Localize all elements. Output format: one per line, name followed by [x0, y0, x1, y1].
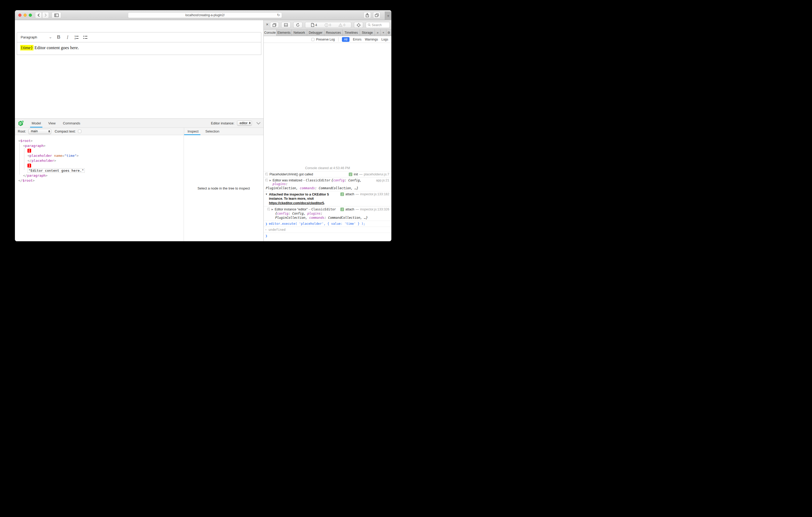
function-name: attach — [345, 208, 354, 211]
tree-node-placeholder-open[interactable]: <placeholder name="time"> — [15, 153, 184, 158]
dock-bottom-button[interactable] — [281, 22, 291, 28]
error-count: 0 — [325, 23, 331, 27]
function-badge-icon: f — [349, 173, 352, 176]
detach-devtools-button[interactable] — [270, 22, 279, 28]
inspector-header: 5 Model View Commands Editor instance: e… — [15, 119, 263, 128]
devtools-settings-button[interactable]: ⚙ — [386, 30, 392, 36]
tree-node-root-close[interactable]: </$root> — [15, 178, 184, 183]
tree-node-root-open[interactable]: <$root> — [15, 138, 184, 143]
back-icon — [37, 13, 40, 17]
prompt-chevron-icon: ❯ — [265, 234, 267, 237]
tab-elements[interactable]: Elements — [277, 30, 292, 36]
collapse-inspector-icon[interactable] — [256, 122, 261, 125]
sidebar-toggle-button[interactable] — [52, 12, 61, 18]
share-icon — [366, 13, 369, 17]
tab-resources[interactable]: Resources — [324, 30, 343, 36]
preserve-log-label: Preserve Log — [316, 38, 335, 41]
search-placeholder: Search — [372, 23, 382, 27]
italic-button[interactable]: I — [63, 33, 72, 42]
gear-icon: ⚙ — [387, 31, 390, 34]
preserve-log-checkbox[interactable] — [311, 38, 314, 41]
indent-guide — [24, 148, 24, 170]
disclosure-triangle-icon[interactable]: ▶ — [269, 179, 271, 182]
disclosure-triangle-icon[interactable]: ▼ — [265, 192, 268, 195]
tree-selection-end: ] — [15, 163, 184, 168]
tree-node-paragraph-close[interactable]: </paragraph> — [15, 173, 184, 178]
dock-bottom-icon — [284, 23, 288, 27]
chevron-down-icon: ⌄ — [49, 35, 52, 39]
root-select[interactable]: main — [28, 129, 51, 134]
close-devtools-button[interactable]: ✕ — [266, 23, 269, 26]
tab-console[interactable]: Console — [264, 30, 277, 36]
tree-node-placeholder-close[interactable]: </placeholder> — [15, 158, 184, 163]
disclosure-triangle-icon[interactable]: ▶ — [271, 208, 273, 211]
tab-model[interactable]: Model — [28, 119, 45, 127]
add-tab-button[interactable]: + — [381, 30, 386, 36]
inspect-empty-state: Select a node in the tree to inspect — [184, 135, 263, 241]
tab-inspect[interactable]: Inspect — [184, 128, 202, 135]
plus-icon: + — [382, 31, 384, 34]
address-bar[interactable]: localhost/creating-a-plugin2/ ↻ — [128, 12, 282, 18]
reload-icon[interactable]: ↻ — [277, 13, 280, 17]
tab-timelines[interactable]: Timelines — [343, 30, 360, 36]
message-text: Editor instance "editor" – ClassicEditor — [275, 208, 336, 211]
tree-text-node[interactable]: "Editor content goes here." — [15, 168, 184, 173]
tab-storage[interactable]: Storage — [360, 30, 375, 36]
filter-logs-button[interactable]: Logs — [381, 38, 388, 41]
devtools-toolbar: ✕ 4 0 0 — [264, 20, 392, 30]
ckeditor-docs-link[interactable]: https://ckeditor.com/docs/ckeditor5 — [269, 201, 324, 205]
tab-network[interactable]: Network — [292, 30, 307, 36]
compact-text-checkbox[interactable] — [78, 130, 81, 133]
detach-icon — [272, 23, 276, 27]
devtools-search-field[interactable]: Search — [366, 22, 390, 28]
reload-page-button[interactable] — [293, 22, 302, 28]
tab-overflow-button[interactable]: » — [375, 30, 381, 36]
tree-node-paragraph-open[interactable]: <paragraph> — [15, 143, 184, 148]
source-location-link[interactable]: placeholderui.js:7 — [364, 173, 389, 176]
compact-text-label: Compact text: — [55, 129, 76, 133]
url-text: localhost/creating-a-plugin2/ — [185, 13, 225, 17]
tab-debugger[interactable]: Debugger — [307, 30, 324, 36]
indent-guide — [19, 143, 20, 175]
tab-selection[interactable]: Selection — [202, 128, 223, 135]
bulleted-list-button[interactable] — [81, 33, 90, 42]
editor-instance-select[interactable]: editor — [237, 121, 252, 126]
result-arrow-icon: ‹· — [265, 228, 267, 231]
safari-window: localhost/creating-a-plugin2/ ↻ + Paragr… — [15, 10, 392, 241]
reload-icon — [296, 23, 300, 27]
tab-commands[interactable]: Commands — [59, 119, 84, 127]
filter-all-button[interactable]: All — [342, 37, 349, 42]
zoom-window-button[interactable] — [29, 13, 32, 17]
warning-count: 0 — [339, 23, 345, 27]
console-message: ▶ Editor was initialized – ClassicEditor… — [264, 178, 392, 191]
resource-summary-group[interactable]: 4 0 0 — [305, 22, 351, 28]
tab-view[interactable]: View — [45, 119, 59, 127]
share-button[interactable] — [364, 12, 371, 18]
message-text: PlaceholderUI#init() got called — [269, 173, 313, 176]
back-button[interactable] — [35, 12, 42, 18]
source-location-link[interactable]: app.js:21 — [376, 179, 389, 182]
close-window-button[interactable] — [18, 13, 22, 17]
result-text: undefined — [268, 228, 285, 232]
heading-dropdown[interactable]: Paragraph ⌄ — [17, 32, 54, 42]
minimize-window-button[interactable] — [24, 13, 27, 17]
source-location-link[interactable]: inspector.js:133:182 — [360, 192, 389, 196]
placeholder-widget[interactable]: {time} — [20, 45, 33, 51]
source-location-link[interactable]: inspector.js:133:326 — [360, 208, 389, 211]
console-prompt[interactable]: ❯ — [264, 233, 392, 240]
editor-editable-area[interactable]: {time} Editor content goes here. — [17, 42, 261, 55]
inspect-selection-tabs: Inspect Selection — [184, 128, 223, 135]
filter-errors-button[interactable]: Errors — [353, 38, 361, 41]
element-picker-button[interactable] — [354, 22, 363, 28]
message-text: Editor was initialized – ClassicEditor {… — [272, 179, 374, 186]
bold-button[interactable]: B — [54, 33, 63, 42]
filter-warnings-button[interactable]: Warnings — [365, 38, 378, 41]
command-chevron-icon: ❯ — [265, 222, 267, 225]
numbered-list-button[interactable]: 12 — [72, 33, 81, 42]
new-tab-button[interactable]: + — [385, 11, 392, 20]
tab-overview-button[interactable] — [373, 12, 380, 18]
crosshair-icon — [356, 23, 361, 27]
devtools-tab-bar: Console Elements Network Debugger Resour… — [264, 30, 392, 36]
forward-button[interactable] — [42, 12, 49, 18]
document-icon — [311, 23, 314, 27]
